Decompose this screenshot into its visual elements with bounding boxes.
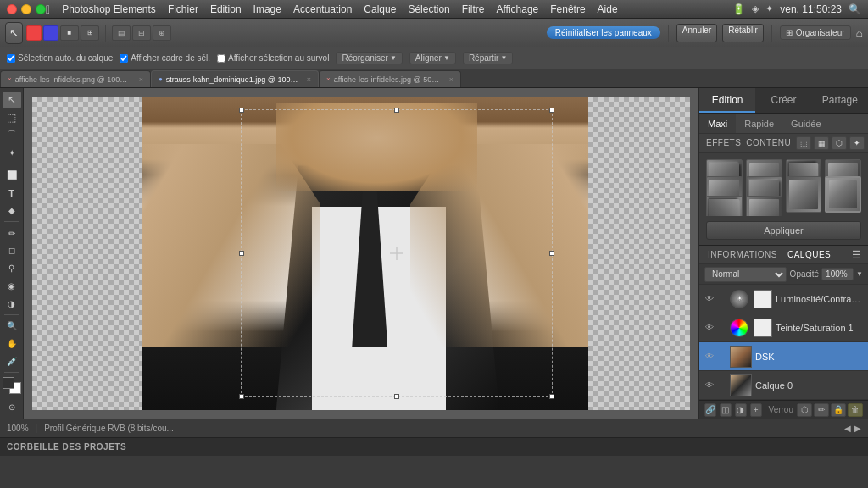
subtab-rapide[interactable]: Rapide xyxy=(736,114,782,133)
status-scroll-right[interactable]: ▶ xyxy=(854,424,861,433)
afficher-selection-check[interactable]: Afficher sélection au survol xyxy=(217,53,329,63)
tab-edition[interactable]: Edition xyxy=(699,88,755,113)
layer-teinte[interactable]: 👁 Teinte/Saturation 1 xyxy=(699,313,868,342)
selection-menu[interactable]: Sélection xyxy=(408,3,449,15)
add-adjustment-btn[interactable]: ◑ xyxy=(735,403,747,417)
magic-wand-tool[interactable]: ✦ xyxy=(3,144,21,161)
organisateur-btn[interactable]: ⊞ Organisateur xyxy=(780,25,851,40)
layers-menu-icon[interactable]: ☰ xyxy=(852,249,862,261)
canvas-image[interactable] xyxy=(142,97,588,410)
opacity-value[interactable]: 100% xyxy=(821,268,854,280)
biseau-9[interactable] xyxy=(706,196,743,216)
aligner-btn[interactable]: Aligner▼ xyxy=(409,52,456,64)
biseau-10[interactable] xyxy=(746,196,782,216)
close-button[interactable] xyxy=(7,4,17,14)
crop-tool[interactable]: ⬜ xyxy=(3,167,21,184)
tab-close-3[interactable]: × xyxy=(449,75,453,84)
subtab-guidee[interactable]: Guidée xyxy=(782,114,829,133)
zoom-tool[interactable]: 🔍 xyxy=(3,318,21,335)
layer-vis-4[interactable]: 👁 xyxy=(704,380,715,391)
maximize-button[interactable] xyxy=(36,4,46,14)
annuler-btn[interactable]: Annuler xyxy=(676,24,717,42)
toolbar-btn-c[interactable]: ⊕ xyxy=(153,25,171,41)
status-scroll-left[interactable]: ◀ xyxy=(844,424,851,433)
effects-icon-4[interactable]: ✦ xyxy=(849,136,865,150)
tab-strauss[interactable]: ● strauss-kahn_dominique1.jpg @ 100% (Ca… xyxy=(151,70,319,87)
delete-layer-btn[interactable]: 🗑 xyxy=(848,403,863,417)
effects-icon-3[interactable]: ⬡ xyxy=(832,136,847,150)
tab-creer[interactable]: Créer xyxy=(755,88,811,113)
blur-tool[interactable]: ◉ xyxy=(3,278,21,295)
layer-dsk[interactable]: 👁 DSK xyxy=(699,342,868,371)
eraser-tool[interactable]: ◻ xyxy=(3,242,21,259)
home-icon[interactable]: ⌂ xyxy=(856,26,863,40)
select-tool[interactable]: ↖ xyxy=(3,92,21,108)
reorganiser-btn[interactable]: Réorganiser▼ xyxy=(336,52,402,64)
lock-all-btn[interactable]: 🔒 xyxy=(831,403,846,417)
fenetre-menu[interactable]: Fenêtre xyxy=(550,3,585,15)
toolbar-btn-a[interactable]: ▤ xyxy=(112,25,131,41)
appliquer-btn[interactable]: Appliquer xyxy=(706,221,861,240)
biseau-8[interactable] xyxy=(825,176,861,213)
tab-affiche-1[interactable]: × affiche-les-infideles.png @ 100% (DSK,… xyxy=(0,70,151,87)
image-menu[interactable]: Image xyxy=(253,3,281,15)
lock-image-btn[interactable]: ✏ xyxy=(814,403,829,417)
tab-partage[interactable]: Partage xyxy=(812,88,868,113)
app-menu-item[interactable]: Photoshop Elements xyxy=(62,3,156,15)
marquee-tool[interactable]: ⬚ xyxy=(3,109,21,126)
layer-calque0[interactable]: 👁 Calque 0 xyxy=(699,371,868,400)
tab-close-2[interactable]: × xyxy=(307,75,311,84)
clone-tool[interactable]: ⚲ xyxy=(3,260,21,277)
edition-menu[interactable]: Edition xyxy=(210,3,242,15)
effects-icon-1[interactable]: ⬚ xyxy=(796,136,811,150)
shape-tool[interactable]: ◆ xyxy=(3,202,21,219)
retablir-btn[interactable]: Rétablir xyxy=(722,24,763,42)
tab-affiche-2[interactable]: × affiche-les-infideles.jpg @ 50% (RVB/8… xyxy=(319,70,461,87)
fichier-menu[interactable]: Fichier xyxy=(168,3,198,15)
toolbar-option2[interactable]: ⊞ xyxy=(81,25,99,41)
brush-tool[interactable]: ✏ xyxy=(3,225,21,241)
reinitialiser-panneaux-btn[interactable]: Réinitialiser les panneaux xyxy=(547,26,660,39)
effects-icon-2[interactable]: ▦ xyxy=(814,136,829,150)
toolbar-color-red[interactable] xyxy=(26,25,42,41)
minimize-button[interactable] xyxy=(21,4,31,14)
biseau-7[interactable] xyxy=(786,176,822,213)
layer-vis-1[interactable]: 👁 xyxy=(704,294,715,304)
new-group-btn[interactable]: ◫ xyxy=(720,403,732,417)
toolbar-btn-b[interactable]: ⊟ xyxy=(132,25,151,41)
toolbar-color-blue[interactable] xyxy=(43,25,58,41)
affichage-menu[interactable]: Affichage xyxy=(496,3,538,15)
selection-auto-check[interactable]: Sélection auto. du calque xyxy=(7,53,113,63)
subtab-maxi[interactable]: Maxi xyxy=(699,114,736,133)
lasso-tool[interactable]: ⌒ xyxy=(3,127,21,144)
filtre-menu[interactable]: Filtre xyxy=(462,3,485,15)
hand-tool[interactable]: ✋ xyxy=(3,336,21,352)
afficher-selection-checkbox[interactable] xyxy=(217,54,225,63)
layer-luminosite[interactable]: 👁 ☀ Luminosité/Contraste 1 xyxy=(699,285,868,313)
selection-auto-checkbox[interactable] xyxy=(7,54,15,63)
foreground-color[interactable] xyxy=(3,377,14,389)
calque-menu[interactable]: Calque xyxy=(364,3,396,15)
repartir-btn[interactable]: Répartir▼ xyxy=(463,52,514,64)
afficher-cadre-checkbox[interactable] xyxy=(120,54,128,63)
informations-tab[interactable]: INFORMATIONS xyxy=(706,250,779,259)
link-layers-btn[interactable]: 🔗 xyxy=(704,403,716,417)
lock-transparent-btn[interactable]: ⬡ xyxy=(797,403,812,417)
calques-tab[interactable]: CALQUES xyxy=(786,250,832,259)
toolbar-option1[interactable]: ■ xyxy=(60,25,79,41)
new-layer-btn[interactable]: + xyxy=(750,403,762,417)
layer-vis-2[interactable]: 👁 xyxy=(704,323,715,333)
quick-mask-tool[interactable]: ⊙ xyxy=(3,398,21,415)
accentuation-menu[interactable]: Accentuation xyxy=(293,3,352,15)
tab-close-1[interactable]: × xyxy=(139,75,143,84)
blend-mode-select[interactable]: Normal xyxy=(704,267,787,282)
type-tool[interactable]: T xyxy=(3,185,21,202)
aide-menu[interactable]: Aide xyxy=(598,3,618,15)
opacity-arrow[interactable]: ▼ xyxy=(856,270,863,278)
layer-vis-3[interactable]: 👁 xyxy=(704,352,715,362)
afficher-cadre-check[interactable]: Afficher cadre de sél. xyxy=(120,53,210,63)
eyedrop-tool[interactable]: 💉 xyxy=(3,353,21,370)
canvas-area[interactable] xyxy=(24,88,698,419)
search-icon[interactable]: 🔍 xyxy=(849,3,861,15)
dodge-tool[interactable]: ◑ xyxy=(3,295,21,312)
